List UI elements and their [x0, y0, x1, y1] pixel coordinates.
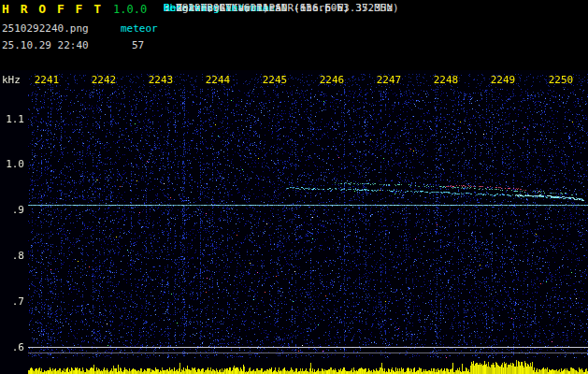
freq-unit-label: kHz — [2, 74, 21, 86]
time-label: 2244 — [195, 74, 240, 86]
time-label: 2241 — [24, 74, 69, 86]
time-label: 2242 — [81, 74, 126, 86]
output-filename: 2510292240.png — [2, 22, 89, 35]
echo-count: 57 — [132, 39, 144, 51]
time-label: 2248 — [423, 74, 468, 86]
info-value: : 2el-HB9CV Vertical (el. E-W) — [164, 2, 350, 14]
app-title: H R O F F T — [2, 2, 103, 16]
freq-label: 1.1 — [0, 113, 24, 125]
observation-datetime: 25.10.29 22:40 — [2, 39, 89, 51]
header: H R O F F T 1.0.0 2510292240.png meteor … — [0, 0, 588, 70]
time-label: 2250 — [538, 74, 583, 86]
mode-label: meteor — [121, 22, 158, 35]
freq-label: 1.0 — [0, 158, 24, 170]
app-version: 1.0.0 — [113, 3, 147, 16]
time-label: 2246 — [309, 74, 354, 86]
spectrogram-canvas — [0, 70, 588, 374]
freq-label: .6 — [0, 341, 24, 353]
time-label: 2249 — [480, 74, 525, 86]
time-label: 2243 — [138, 74, 183, 86]
freq-label: .9 — [0, 204, 24, 216]
time-label: 2247 — [366, 74, 411, 86]
time-label: 2245 — [252, 74, 297, 86]
freq-label: .8 — [0, 250, 24, 262]
freq-label: .7 — [0, 295, 24, 308]
hrofft-screen: H R O F F T 1.0.0 2510292240.png meteor … — [0, 0, 588, 374]
